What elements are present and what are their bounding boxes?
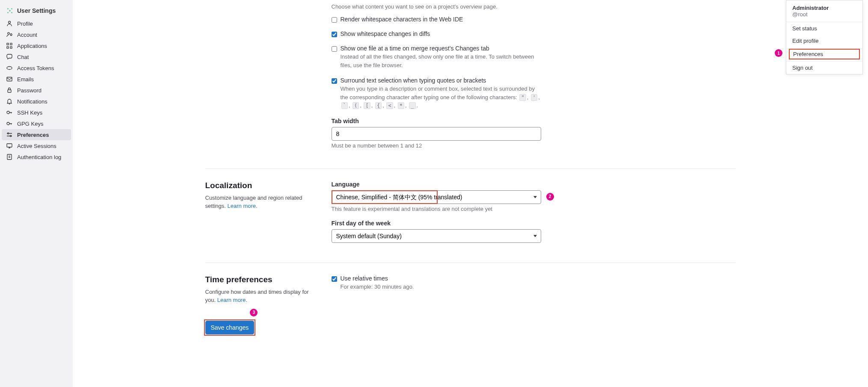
one-file-row: Show one file at a time on merge request… [332, 45, 541, 69]
key-icon [6, 109, 13, 116]
surround-checkbox[interactable] [332, 78, 337, 84]
user-menu-header: Administrator @root [786, 0, 862, 22]
user-menu-editprofile[interactable]: Edit profile [786, 35, 862, 47]
sessions-icon [6, 142, 13, 149]
sidebar-item-account[interactable]: Account [0, 29, 73, 40]
svg-rect-20 [7, 154, 12, 160]
email-icon [6, 76, 13, 83]
svg-point-17 [8, 133, 9, 134]
tab-width-row: Tab width Must be a number between 1 and… [332, 118, 541, 149]
localization-section: Localization Customize language and regi… [205, 168, 736, 263]
preferences-icon [6, 131, 13, 138]
main-content: Administrator @root Set status Edit prof… [73, 0, 868, 387]
sidebar-title: User Settings [17, 7, 56, 14]
svg-rect-11 [10, 47, 12, 48]
key-icon [6, 120, 13, 127]
sidebar-item-applications[interactable]: Applications [0, 40, 73, 51]
callout-1: 1 [775, 49, 782, 57]
svg-point-2 [7, 12, 9, 13]
user-menu-signout[interactable]: Sign out [786, 62, 862, 74]
svg-point-6 [8, 32, 9, 34]
sidebar: User Settings Profile Account Applicatio… [0, 0, 73, 387]
firstday-label: First day of the week [332, 220, 541, 227]
sidebar-item-emails[interactable]: Emails [0, 74, 73, 85]
show-whitespace-checkbox[interactable] [332, 32, 337, 37]
password-icon [6, 87, 13, 94]
svg-rect-8 [7, 43, 9, 45]
svg-point-18 [10, 136, 12, 137]
surround-row: Surround text selection when typing quot… [332, 77, 541, 110]
sidebar-item-chat[interactable]: Chat [0, 51, 73, 62]
svg-point-4 [9, 10, 11, 12]
notifications-icon [6, 98, 13, 105]
user-menu-preferences[interactable]: Preferences [789, 49, 860, 59]
sidebar-nav: Profile Account Applications Chat Access… [0, 18, 73, 162]
account-icon [6, 31, 13, 38]
surround-label: Surround text selection when typing quot… [341, 77, 541, 84]
sidebar-item-notifications[interactable]: Notifications [0, 96, 73, 107]
svg-point-15 [7, 111, 9, 114]
sidebar-item-authlog[interactable]: Authentication log [0, 151, 73, 162]
svg-point-12 [7, 67, 12, 70]
save-button[interactable]: Save changes [205, 321, 255, 334]
time-title: Time preferences [205, 275, 314, 284]
sidebar-item-profile[interactable]: Profile [0, 18, 73, 29]
token-icon [6, 65, 13, 71]
surround-help: When you type in a description or commen… [341, 85, 541, 110]
time-learnmore[interactable]: Learn more. [217, 297, 247, 303]
one-file-checkbox[interactable] [332, 46, 337, 52]
sidebar-header: User Settings [0, 3, 73, 18]
sidebar-item-preferences[interactable]: Preferences [2, 129, 71, 140]
firstday-select[interactable]: System default (Sunday) [332, 229, 541, 243]
svg-point-1 [11, 8, 12, 9]
chat-icon [6, 53, 13, 60]
log-icon [6, 154, 13, 160]
render-whitespace-row: Render whitespace characters in the Web … [332, 16, 541, 23]
one-file-help: Instead of all the files changed, show o… [341, 53, 541, 69]
applications-icon [6, 42, 13, 49]
behavior-section: Choose what content you want to see on a… [205, 0, 736, 168]
time-section: Time preferences Configure how dates and… [205, 263, 736, 316]
svg-rect-10 [7, 47, 9, 48]
svg-point-3 [11, 12, 12, 13]
svg-point-5 [9, 21, 11, 24]
relative-time-checkbox[interactable] [332, 276, 337, 282]
callout-3: 3 [250, 309, 258, 316]
homepage-help: Choose what content you want to see on a… [332, 3, 541, 10]
render-whitespace-checkbox[interactable] [332, 17, 337, 23]
logo-icon [6, 7, 14, 15]
localization-learnmore[interactable]: Learn more. [228, 203, 258, 209]
relative-time-row: Use relative times For example: 30 minut… [332, 275, 541, 291]
show-whitespace-row: Show whitespace changes in diffs [332, 30, 541, 37]
tab-width-input[interactable] [332, 127, 541, 141]
svg-point-0 [7, 8, 9, 9]
user-handle: @root [792, 11, 856, 18]
localization-desc: Customize language and region related se… [205, 194, 314, 210]
sidebar-item-password[interactable]: Password [0, 85, 73, 96]
profile-icon [6, 20, 13, 27]
svg-rect-13 [7, 77, 12, 81]
sidebar-item-sshkeys[interactable]: SSH Keys [0, 107, 73, 118]
language-help: This feature is experimental and transla… [332, 206, 541, 212]
svg-rect-14 [8, 90, 11, 92]
time-desc: Configure how dates and times display fo… [205, 288, 314, 304]
show-whitespace-label: Show whitespace changes in diffs [341, 30, 541, 37]
relative-time-label: Use relative times [341, 275, 541, 282]
sidebar-item-gpgkeys[interactable]: GPG Keys [0, 118, 73, 129]
callout-2: 2 [546, 193, 554, 201]
localization-title: Localization [205, 181, 314, 190]
one-file-label: Show one file at a time on merge request… [341, 45, 541, 52]
sidebar-item-tokens[interactable]: Access Tokens [0, 62, 73, 74]
user-menu: Administrator @root Set status Edit prof… [786, 0, 863, 74]
svg-rect-9 [10, 43, 12, 45]
user-name: Administrator [792, 5, 856, 11]
tab-width-help: Must be a number between 1 and 12 [332, 142, 541, 149]
svg-rect-19 [7, 144, 12, 147]
user-menu-setstatus[interactable]: Set status [786, 22, 862, 35]
sidebar-item-sessions[interactable]: Active Sessions [0, 140, 73, 151]
svg-point-16 [7, 122, 9, 125]
relative-time-help: For example: 30 minutes ago. [341, 283, 541, 291]
tab-width-label: Tab width [332, 118, 541, 124]
language-label: Language [332, 181, 541, 188]
language-select[interactable]: Chinese, Simplified - 简体中文 (95% translat… [332, 190, 541, 204]
